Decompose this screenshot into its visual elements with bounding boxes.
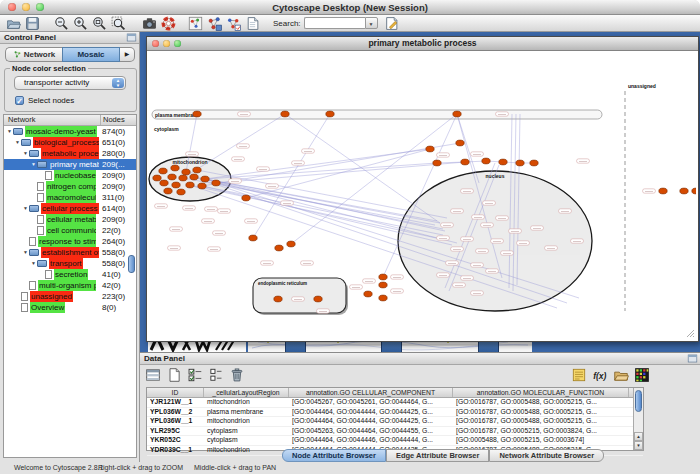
close-button[interactable] (152, 40, 159, 47)
select-all-attrs-icon[interactable] (145, 367, 161, 383)
tab-network-attribute-browser[interactable]: Network Attribute Browser (489, 449, 604, 462)
new-attribute-icon[interactable] (166, 367, 182, 383)
network-node[interactable] (453, 111, 461, 117)
expander-triangle-icon[interactable]: ▼ (22, 148, 29, 159)
network-node[interactable] (426, 146, 434, 152)
network-node[interactable] (177, 189, 185, 195)
network-node[interactable] (287, 241, 295, 247)
select-attributes-icon[interactable] (187, 367, 203, 383)
table-row[interactable]: YJR121W__1mitochondrion[GO:0045267, GO:0… (147, 398, 643, 408)
tab-overflow-arrow-icon[interactable]: ▶ (120, 47, 135, 62)
network-node[interactable] (186, 182, 194, 188)
select-nodes-checkbox[interactable]: ✓ (15, 96, 24, 105)
node-color-dropdown[interactable]: transporter activity ▲▼ (14, 76, 126, 90)
tree-row[interactable]: ▼metabolic process280(0) (4, 148, 136, 159)
network-node[interactable] (201, 176, 209, 182)
tab-edge-attribute-browser[interactable]: Edge Attribute Browser (386, 449, 489, 462)
import-attributes-icon[interactable] (613, 367, 629, 383)
zoom-out-icon[interactable] (54, 16, 69, 31)
search-input[interactable] (304, 17, 365, 29)
tree-row[interactable]: ▼transport558(0) (4, 258, 136, 269)
annotation-icon[interactable] (384, 16, 399, 31)
network-node[interactable] (680, 188, 688, 194)
network-node[interactable] (692, 188, 696, 194)
network-node[interactable] (171, 165, 179, 171)
network-node[interactable] (482, 158, 490, 164)
tree-row[interactable]: cell communicat22(0) (4, 225, 136, 236)
network-view-icon[interactable] (226, 16, 241, 31)
open-file-icon[interactable] (6, 16, 21, 31)
zoom-selected-icon[interactable] (111, 16, 126, 31)
float-panel-icon[interactable] (126, 32, 137, 43)
network-node[interactable] (249, 235, 257, 241)
tree-row[interactable]: ▼biological_process651(0) (4, 137, 136, 148)
tree-row[interactable]: Overview8(0) (4, 302, 136, 313)
network-node[interactable] (275, 245, 283, 251)
network-node[interactable] (379, 282, 387, 288)
tree-row[interactable]: ▼mosaic-demo-yeast874(0) (4, 126, 136, 137)
network-node[interactable] (364, 291, 372, 297)
tree-row[interactable]: response to stimulu264(0) (4, 236, 136, 247)
attribute-matrix-icon[interactable] (634, 367, 650, 383)
scroll-up-icon[interactable]: ▲ (634, 432, 643, 441)
network-window-titlebar[interactable]: primary metabolic process (147, 37, 698, 51)
snapshot-icon[interactable] (142, 16, 157, 31)
network-node[interactable] (242, 195, 250, 201)
network-node[interactable] (193, 167, 201, 173)
tab-network[interactable]: Network (5, 47, 62, 62)
unselect-attributes-icon[interactable] (208, 367, 224, 383)
tree-col-network[interactable]: Network (8, 115, 36, 125)
float-panel-icon[interactable] (687, 353, 698, 364)
save-session-icon[interactable] (25, 16, 40, 31)
expander-triangle-icon[interactable]: ▼ (22, 203, 29, 214)
network-node[interactable] (379, 274, 387, 280)
attribute-notes-icon[interactable] (571, 367, 587, 383)
zoom-window-button[interactable] (174, 40, 181, 47)
network-node[interactable] (499, 159, 507, 165)
expander-triangle-icon[interactable]: ▼ (14, 137, 21, 148)
network-node[interactable] (212, 180, 220, 186)
network-node[interactable] (516, 160, 524, 166)
tree-row[interactable]: ▼cellular process614(0) (4, 203, 136, 214)
table-row[interactable]: YPL036W__1mitochondrion[GO:0044464, GO:0… (147, 417, 643, 427)
tab-node-attribute-browser[interactable]: Node Attribute Browser (282, 449, 386, 462)
tree-row[interactable]: nitrogen compo209(0) (4, 181, 136, 192)
tree-row[interactable]: multi-organism pro42(0) (4, 280, 136, 291)
column-header[interactable]: _cellularLayoutRegion (204, 388, 289, 397)
expander-triangle-icon[interactable]: ▼ (22, 247, 29, 258)
column-header[interactable]: annotation.GO CELLULAR_COMPONENT (289, 388, 453, 397)
new-document-icon[interactable] (245, 16, 260, 31)
table-row[interactable]: YKR052Ccytoplasm[GO:0044464, GO:0044446,… (147, 436, 643, 446)
formula-builder-icon[interactable]: f(x) (592, 367, 608, 383)
resize-grip-icon[interactable] (686, 329, 695, 338)
network-node[interactable] (179, 175, 187, 181)
column-header[interactable]: ID (147, 388, 204, 397)
search-dropdown-arrow-icon[interactable]: ▼ (365, 17, 378, 29)
zoom-in-icon[interactable] (73, 16, 88, 31)
table-scrollbar[interactable]: ▲ ▼ (633, 388, 643, 450)
expander-triangle-icon[interactable]: ▼ (30, 258, 37, 269)
network-node[interactable] (172, 182, 180, 188)
network-node[interactable] (433, 160, 441, 166)
table-row[interactable]: YLR295Ccytoplasm[GO:0045263, GO:0044464,… (147, 427, 643, 437)
table-row[interactable]: YPL036W__2plasma membrane[GO:0044464, GO… (147, 408, 643, 418)
network-node[interactable] (314, 296, 322, 302)
tree-row[interactable]: ▼primary metabo209(... (4, 159, 136, 170)
tree-row[interactable]: unassigned223(0) (4, 291, 136, 302)
network-canvas[interactable]: plasma membranecytoplasmmitochondrionnuc… (147, 51, 696, 339)
network-node[interactable] (153, 175, 161, 181)
network-node[interactable] (379, 295, 387, 301)
network-node[interactable] (456, 140, 464, 146)
minimize-button[interactable] (163, 40, 170, 47)
network-node[interactable] (190, 174, 198, 180)
network-node[interactable] (274, 296, 282, 302)
network-node[interactable] (159, 168, 167, 174)
column-header[interactable]: annotation.GO MOLECULAR_FUNCTION (453, 388, 629, 397)
help-lifebuoy-icon[interactable] (161, 16, 176, 31)
zoom-fit-icon[interactable] (92, 16, 107, 31)
network-node[interactable] (182, 169, 190, 175)
network-node[interactable] (461, 159, 469, 165)
delete-attribute-icon[interactable] (229, 367, 245, 383)
network-node[interactable] (281, 111, 289, 117)
network-node[interactable] (530, 160, 538, 166)
